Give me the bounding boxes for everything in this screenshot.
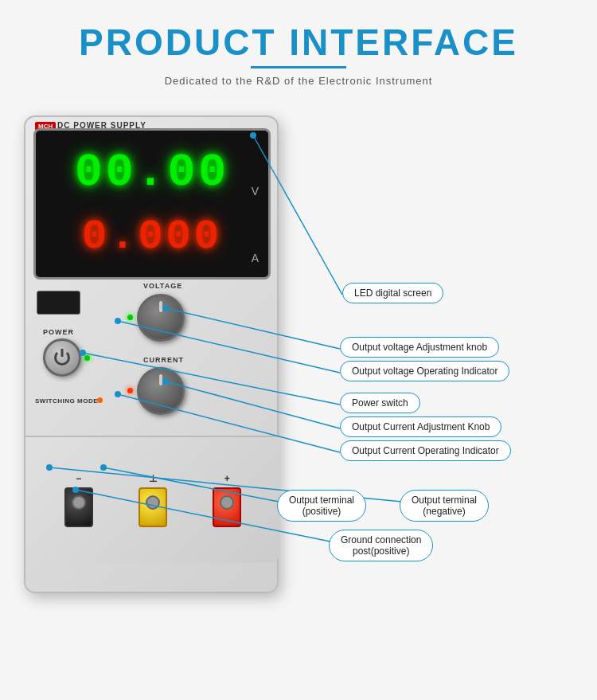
terminal-positive: + <box>213 473 241 527</box>
main-area: MCH DC POWER SUPPLY 00.00 V 0.000 A VOLT… <box>0 100 597 673</box>
led-screen-annotation: LED digital screen <box>342 283 443 303</box>
voltage-knob-annotation: Output voltage Adjustment knob <box>340 337 499 358</box>
page-title: PRODUCT INTERFACE <box>0 22 597 63</box>
ground-symbol: ⊥ <box>149 473 157 484</box>
device-body: MCH DC POWER SUPPLY 00.00 V 0.000 A VOLT… <box>24 115 279 593</box>
terminal-positive-annotation: Output terminal (positive) <box>277 490 366 522</box>
header: PRODUCT INTERFACE Dedicated to the R&D o… <box>0 0 597 92</box>
positive-symbol: + <box>224 473 230 484</box>
power-button[interactable] <box>43 338 81 377</box>
ground-post-annotation: Ground connection post(positive) <box>329 530 433 561</box>
voltage-unit: V <box>252 185 259 197</box>
current-knob-label: CURRENT <box>143 356 184 364</box>
page: PRODUCT INTERFACE Dedicated to the R&D o… <box>0 0 597 700</box>
switching-mode-label: SWITCHING MODE <box>35 397 98 405</box>
power-indicator-led <box>84 355 90 361</box>
voltage-knob[interactable] <box>137 294 185 342</box>
page-subtitle: Dedicated to the R&D of the Electronic I… <box>0 75 597 87</box>
current-unit: A <box>252 252 259 264</box>
current-indicator-annotation: Output Current Operating Indicator <box>340 440 511 461</box>
small-lcd <box>37 291 80 315</box>
current-knob[interactable] <box>137 367 185 415</box>
ground-post <box>139 487 167 527</box>
power-icon <box>54 350 70 366</box>
device: MCH DC POWER SUPPLY 00.00 V 0.000 A VOLT… <box>24 115 287 609</box>
terminal-area: − ⊥ + <box>25 436 280 563</box>
current-knob-annotation: Output Current Adjustment Knob <box>340 416 501 437</box>
switching-mode-led <box>97 397 103 403</box>
title-underline <box>251 66 346 68</box>
power-label: POWER <box>43 328 74 336</box>
voltage-display: 00.00 <box>44 150 260 196</box>
terminal-ground: ⊥ <box>139 473 167 527</box>
terminal-negative-annotation: Output terminal (negative) <box>400 490 489 522</box>
negative-symbol: − <box>76 473 81 484</box>
terminal-negative: − <box>64 473 93 527</box>
current-display: 0.000 <box>44 217 260 258</box>
led-display-panel: 00.00 V 0.000 A <box>33 128 271 280</box>
power-switch-annotation: Power switch <box>340 393 420 413</box>
positive-post <box>213 487 241 527</box>
voltage-knob-label: VOLTAGE <box>143 282 182 290</box>
voltage-indicator-annotation: Output voltage Operating Indicator <box>340 361 509 381</box>
negative-post <box>64 487 93 527</box>
voltage-indicator-led <box>127 315 133 320</box>
current-indicator-led <box>127 388 133 393</box>
